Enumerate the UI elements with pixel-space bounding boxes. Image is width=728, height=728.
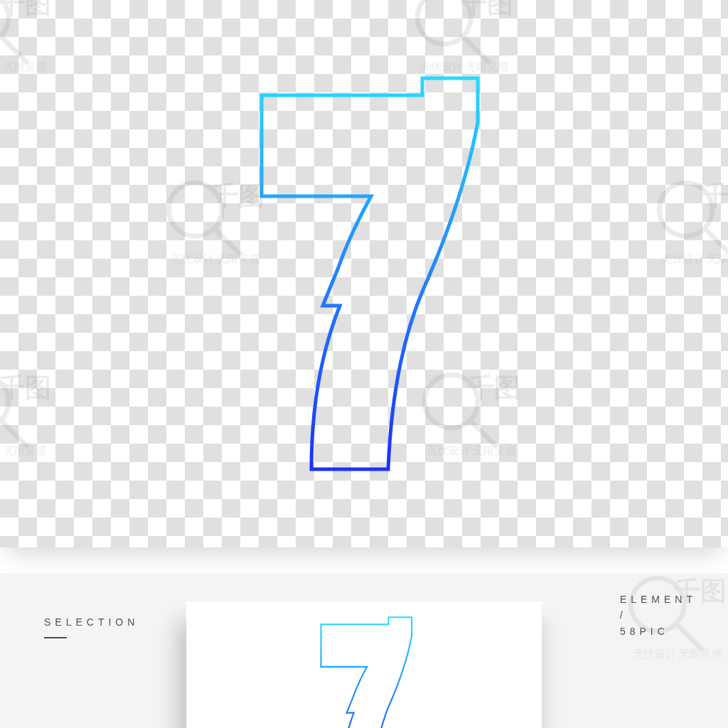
watermark-icon: 千图无忧设计 无限灵感 <box>640 164 728 284</box>
svg-point-12 <box>659 183 712 236</box>
svg-line-21 <box>1 37 28 63</box>
svg-point-4 <box>417 0 471 44</box>
watermark-icon: 千图无忧设计 无限灵感 <box>0 0 57 92</box>
element-label: ELEMENT / 58PIC <box>620 592 697 639</box>
watermark-icon: 千图无忧设计 无限灵感 <box>0 355 57 476</box>
svg-text:千图: 千图 <box>702 181 728 210</box>
glyph-number-7-thumbnail <box>314 614 415 728</box>
svg-line-1 <box>215 229 241 255</box>
element-label-line3: 58PIC <box>620 623 697 639</box>
preview-canvas: 千图无忧设计 无限灵感 千图无忧设计 无限灵感 千图无忧设计 无限灵感 千图无忧… <box>0 0 728 547</box>
svg-line-13 <box>705 229 728 255</box>
presentation-strip: SELECTION ELEMENT / 58PIC 千图无忧设计 无限灵感 <box>0 573 728 728</box>
svg-text:无忧设计 无限灵感: 无忧设计 无限灵感 <box>662 252 728 264</box>
svg-point-16 <box>0 375 9 428</box>
svg-text:无忧设计 无限灵感: 无忧设计 无限灵感 <box>633 648 722 660</box>
svg-point-0 <box>168 183 222 236</box>
svg-line-5 <box>464 37 490 63</box>
svg-text:无忧设计 无限灵感: 无忧设计 无限灵感 <box>0 60 46 73</box>
glyph-number-7 <box>243 71 485 476</box>
svg-text:千图: 千图 <box>461 0 513 18</box>
selection-label: SELECTION <box>44 614 139 630</box>
divider-dash <box>44 637 67 638</box>
element-label-line1: ELEMENT <box>620 592 697 607</box>
svg-text:千图: 千图 <box>0 0 51 18</box>
card-mockup <box>186 601 542 728</box>
svg-line-17 <box>1 421 28 447</box>
svg-text:无忧设计 无限灵感: 无忧设计 无限灵感 <box>0 444 46 456</box>
svg-text:千图: 千图 <box>0 373 51 402</box>
svg-point-20 <box>0 0 9 44</box>
element-label-line2: / <box>620 607 697 623</box>
